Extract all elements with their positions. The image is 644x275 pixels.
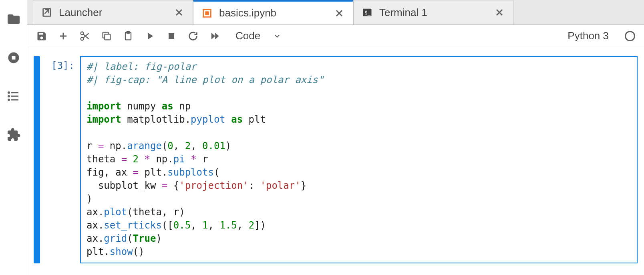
folder-icon[interactable] [6,12,21,26]
interrupt-icon[interactable] [166,30,177,42]
svg-rect-7 [11,99,18,101]
tab-terminal-1[interactable]: $_ Terminal 1 [353,0,513,24]
close-icon[interactable] [494,7,505,18]
extension-icon[interactable] [6,127,21,142]
code-input[interactable]: #| label: fig-polar #| fig-cap: "A line … [80,56,638,263]
notebook-icon [201,8,213,19]
svg-point-14 [81,32,84,34]
toc-icon[interactable] [6,89,21,103]
running-icon[interactable] [6,51,21,65]
restart-run-all-icon[interactable] [209,30,220,42]
tab-basics-ipynb[interactable]: basics.ipynb [193,0,353,24]
tab-launcher[interactable]: Launcher [33,0,193,24]
restart-icon[interactable] [187,30,199,42]
svg-text:$_: $_ [364,10,371,16]
svg-point-2 [8,91,10,94]
close-icon[interactable] [173,7,185,18]
svg-rect-1 [12,56,15,60]
tab-label: basics.ipynb [219,7,327,19]
cell-type-selector[interactable]: Code [235,30,281,42]
terminal-icon: $_ [362,7,373,18]
code-cell[interactable]: [3]: #| label: fig-polar #| fig-cap: "A … [34,56,638,263]
activity-rail [0,0,27,275]
svg-point-4 [8,95,10,97]
svg-rect-15 [105,34,110,40]
svg-rect-18 [169,33,174,39]
svg-point-13 [81,37,84,40]
tab-bar: Launcher basics.ipynb $_ Terminal 1 [27,0,644,25]
svg-point-6 [8,99,10,101]
tab-label: Terminal 1 [379,6,487,19]
launcher-icon [41,7,52,18]
paste-icon[interactable] [123,30,134,42]
close-icon[interactable] [334,8,345,19]
execution-prompt: [3]: [43,56,80,263]
svg-rect-5 [11,96,18,97]
add-cell-icon[interactable] [58,30,69,42]
svg-rect-10 [205,11,209,15]
copy-icon[interactable] [101,30,112,42]
cut-icon[interactable] [79,30,91,42]
cell-selected-indicator [34,56,40,263]
run-icon[interactable] [144,30,155,42]
kernel-name[interactable]: Python 3 [568,30,609,42]
notebook-toolbar: Code Python 3 [27,25,644,47]
svg-rect-17 [127,31,130,33]
notebook-area[interactable]: [3]: #| label: fig-polar #| fig-cap: "A … [27,47,644,275]
chevron-down-icon [273,32,281,40]
tab-label: Launcher [59,6,167,19]
save-icon[interactable] [36,30,47,42]
svg-rect-3 [11,92,18,93]
cell-type-label: Code [235,30,260,42]
kernel-status-idle-icon[interactable] [625,31,635,41]
